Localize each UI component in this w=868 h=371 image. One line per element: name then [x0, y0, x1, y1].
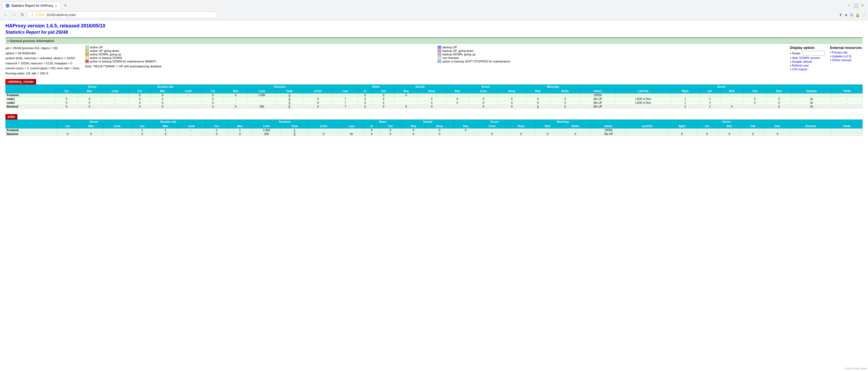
cell: 0	[358, 105, 373, 108]
primary-site-link[interactable]: Primary site	[832, 51, 848, 54]
cell: 0	[526, 105, 550, 108]
hide-down-servers-link[interactable]: Hide 'DOWN' servers	[792, 56, 820, 59]
th-dwntme: Dwntme	[792, 89, 832, 93]
th-dwn: Dwn	[767, 89, 792, 93]
cell	[175, 105, 202, 108]
main-title: HAProxy version 1.6.5, released 2016/05/…	[5, 23, 863, 29]
legend-maint: active or backup DOWN for maintenance (M…	[85, 60, 432, 63]
legend-color-maint	[85, 60, 89, 63]
cell: 0	[303, 101, 333, 105]
scope-label: Scope :	[792, 52, 802, 55]
cell: 0	[303, 97, 333, 101]
th-lastchk-s: LastChk	[626, 124, 668, 128]
row-node2-label: node2	[6, 101, 56, 105]
cell	[394, 97, 418, 101]
scope-input[interactable]	[803, 51, 825, 56]
cell	[248, 101, 276, 105]
cell: 0	[526, 97, 550, 101]
cell: 0	[379, 132, 401, 136]
th-d-req: Req	[394, 89, 418, 93]
th-s-lbtot-s: LbTot	[308, 124, 339, 128]
translate-icon[interactable]: G	[850, 13, 853, 17]
cell: -	[832, 97, 863, 101]
address-bar[interactable]: ⚠ 不安全 :8100/rabbitmq-stats	[27, 11, 217, 18]
row-backend-label: Backend	[6, 105, 56, 108]
cell	[668, 128, 696, 132]
cell: 0	[308, 132, 339, 136]
cell: 0	[129, 101, 151, 105]
th-s-last-s: Last	[339, 124, 364, 128]
th-sessions-stats: Sessions	[206, 119, 364, 124]
disable-refresh-link[interactable]: Disable refresh	[792, 60, 812, 63]
browser-tab[interactable]: H Statistics Report for HAProxy ×	[2, 2, 61, 9]
bookmark-icon[interactable]: ★	[844, 13, 848, 17]
back-button[interactable]: ←	[2, 11, 9, 19]
th-status-s: Status	[591, 124, 626, 128]
cell	[446, 105, 469, 108]
disable-refresh-option: Disable refresh	[790, 60, 825, 63]
cell: 0	[767, 97, 792, 101]
cell: 0	[418, 97, 446, 101]
cell	[765, 128, 790, 132]
th-s-cur: Cur	[202, 89, 224, 93]
cell	[339, 128, 364, 132]
maximize-icon[interactable]: ⬜	[853, 3, 859, 8]
th-errors: Errors	[446, 84, 526, 89]
th-warnings-stats: Warnings	[535, 119, 591, 124]
cell: 0	[550, 101, 581, 105]
cell: 0	[379, 128, 401, 132]
hide-down-servers-option: Hide 'DOWN' servers	[790, 56, 825, 59]
th-bck-s: Bck	[718, 124, 741, 128]
th-q-limit: Limit	[101, 89, 129, 93]
updates-link[interactable]: Updates (v1.5)	[832, 55, 851, 58]
forward-button[interactable]: →	[11, 11, 18, 19]
share-icon[interactable]: ⬆	[839, 13, 842, 17]
close-icon[interactable]: ×	[861, 3, 864, 8]
cell	[535, 128, 560, 132]
refresh-now-link[interactable]: Refresh now	[792, 64, 809, 67]
table-row: node2 0 0 - 0 0 0 - 0 0 ? 0 0 0	[6, 101, 863, 105]
cell: 0	[373, 93, 395, 97]
cell: 0	[425, 128, 454, 132]
reload-button[interactable]: ↻	[20, 11, 25, 19]
cell: 0	[56, 105, 78, 108]
legend-active-down-going-up: active DOWN, going up	[85, 53, 432, 56]
th-sr-limit-s: Limit	[178, 124, 206, 128]
cell	[615, 93, 671, 97]
url-text: :8100/rabbitmq-stats	[46, 13, 214, 17]
legend-active-up: active UP	[85, 46, 432, 49]
online-manual-link[interactable]: Online manual	[832, 58, 851, 62]
cell	[831, 132, 863, 136]
tab-bar: H Statistics Report for HAProxy × + − ⬜ …	[0, 0, 868, 9]
cell: 0	[401, 128, 425, 132]
cell: 0s	[339, 132, 364, 136]
menu-icon[interactable]: ⋮	[862, 13, 866, 17]
current-conns-info: current conns = 1; current pipes = 0/0; …	[5, 66, 80, 71]
cell	[175, 101, 202, 105]
cell: 0	[535, 132, 560, 136]
th-chk: Chk	[743, 89, 767, 93]
cell: 1	[131, 128, 153, 132]
th-e-resp-s: Resp	[507, 124, 535, 128]
extension-icon[interactable]: 🔒	[855, 13, 860, 17]
table-row: Frontend 0 0 - 0 0 2 000 0 0 0 0	[6, 93, 863, 97]
cell: 2	[671, 105, 700, 108]
th-d-resp-s: Resp	[425, 124, 454, 128]
cell: 0	[56, 101, 78, 105]
primary-site-option: Primary site	[830, 51, 863, 54]
legend-color-backup-up-going-down	[437, 49, 441, 52]
th-s-max-s: Max	[228, 124, 252, 128]
cell: 0	[394, 105, 418, 108]
cell	[792, 93, 832, 97]
legend-soft-stopped: active or backup SOFT STOPPED for mainte…	[437, 60, 784, 63]
tab-close-button[interactable]: ×	[55, 3, 57, 8]
new-tab-button[interactable]: +	[62, 2, 69, 9]
cell: 0	[358, 97, 373, 101]
th-sr-limit: Limit	[175, 89, 202, 93]
cell: 0	[303, 105, 333, 108]
display-options-title: Display option:	[790, 46, 825, 50]
updates-option: Updates (v1.5)	[830, 55, 863, 58]
cell: Y	[699, 101, 720, 105]
csv-export-link[interactable]: CSV export	[792, 68, 807, 71]
minimize-icon[interactable]: −	[848, 3, 850, 8]
